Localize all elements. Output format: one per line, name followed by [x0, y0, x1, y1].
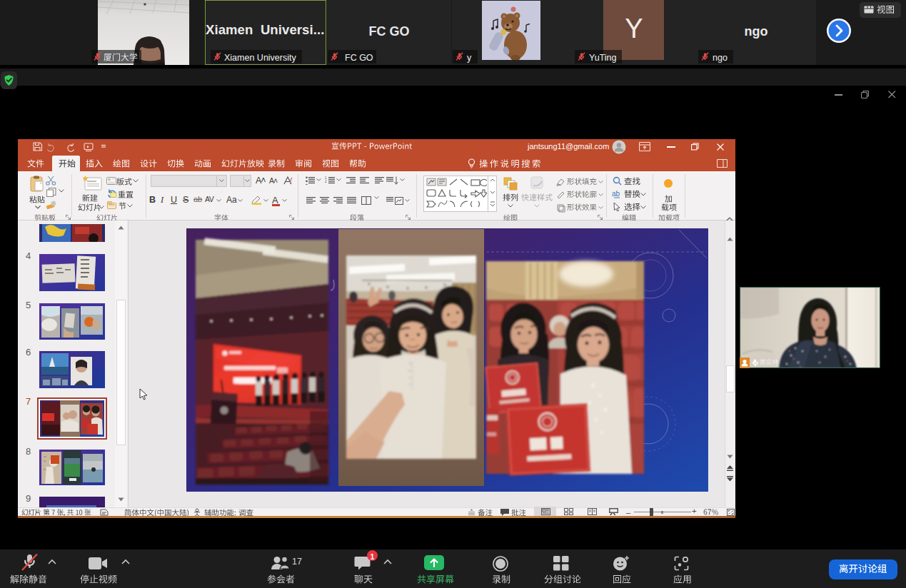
- svg-text:ab: ab: [612, 190, 620, 198]
